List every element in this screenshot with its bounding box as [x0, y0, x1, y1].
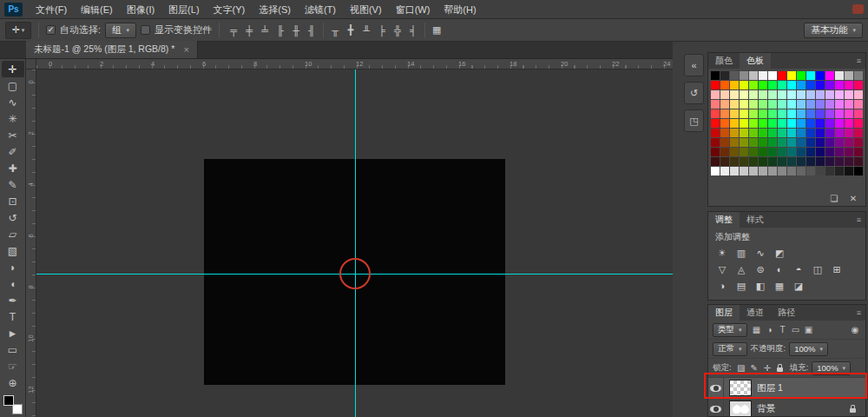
color-swatch[interactable]	[845, 71, 853, 80]
color-swatch[interactable]	[797, 167, 806, 175]
history-panel-icon[interactable]: ↺	[684, 82, 704, 104]
color-swatch[interactable]	[711, 148, 720, 156]
adjustments-panel-menu-icon[interactable]: ≡	[852, 215, 865, 224]
layer-row-background[interactable]: 背景	[708, 399, 865, 416]
color-swatch[interactable]	[740, 90, 748, 99]
color-swatch[interactable]	[759, 90, 767, 99]
color-swatch[interactable]	[787, 138, 796, 147]
color-swatch[interactable]	[759, 71, 767, 80]
levels-icon[interactable]: ▥	[733, 246, 749, 260]
color-swatch[interactable]	[740, 167, 748, 175]
color-swatch[interactable]	[797, 148, 806, 156]
color-swatch[interactable]	[806, 81, 815, 89]
color-swatch[interactable]	[825, 129, 834, 137]
color-swatch[interactable]	[768, 157, 777, 166]
color-swatch[interactable]	[711, 81, 720, 89]
color-swatch[interactable]	[845, 119, 853, 128]
tab-styles[interactable]: 样式	[740, 212, 771, 228]
color-swatch[interactable]	[825, 90, 834, 99]
opacity-dropdown[interactable]: 100% ▾	[789, 342, 828, 356]
align-right-edges-button[interactable]: ╢	[305, 23, 319, 38]
auto-select-checkbox[interactable]: ✓	[46, 25, 56, 35]
vibrance-icon[interactable]: ▽	[714, 262, 730, 276]
color-swatch[interactable]	[759, 119, 767, 128]
color-swatch[interactable]	[740, 71, 748, 80]
color-swatch[interactable]	[740, 100, 748, 109]
foreground-color-chip[interactable]	[3, 395, 14, 406]
color-swatch[interactable]	[778, 148, 786, 156]
color-swatch[interactable]	[825, 157, 834, 166]
color-swatch[interactable]	[806, 90, 815, 99]
color-swatch[interactable]	[806, 148, 815, 156]
vertical-guide[interactable]	[355, 70, 356, 417]
selective-color-icon[interactable]: ◪	[791, 279, 806, 293]
color-swatch[interactable]	[720, 167, 729, 175]
swatches-panel-menu-icon[interactable]: ≡	[852, 56, 865, 65]
color-swatch[interactable]	[768, 167, 777, 175]
color-swatch[interactable]	[835, 157, 844, 166]
color-swatch[interactable]	[768, 71, 777, 80]
color-swatch[interactable]	[806, 167, 815, 175]
color-swatch[interactable]	[806, 157, 815, 166]
tab-color[interactable]: 颜色	[708, 53, 740, 69]
color-swatch[interactable]	[720, 109, 729, 118]
color-swatch[interactable]	[787, 71, 796, 80]
color-swatch[interactable]	[778, 71, 786, 80]
horizontal-type-tool[interactable]: T	[2, 308, 24, 325]
menu-view[interactable]: 视图(V)	[343, 0, 389, 19]
color-swatch[interactable]	[806, 138, 815, 147]
color-swatch[interactable]	[711, 90, 720, 99]
color-swatch[interactable]	[816, 109, 825, 118]
auto-align-layers-button[interactable]: ▦	[430, 23, 444, 38]
distribute-bottom-edges-button[interactable]: ╨	[359, 23, 373, 38]
tab-adjustments[interactable]: 调整	[708, 212, 740, 228]
color-swatch[interactable]	[749, 129, 758, 137]
threshold-icon[interactable]: ◧	[753, 279, 768, 293]
color-swatch[interactable]	[816, 138, 825, 147]
color-swatch[interactable]	[835, 100, 844, 109]
color-swatch[interactable]	[730, 138, 739, 147]
color-swatch[interactable]	[816, 90, 825, 99]
color-swatch[interactable]	[778, 167, 786, 175]
color-balance-icon[interactable]: ⊜	[753, 262, 768, 276]
color-swatch[interactable]	[845, 81, 853, 89]
color-swatch[interactable]	[797, 81, 806, 89]
filter-kind-dropdown[interactable]: 类型 ▾	[713, 323, 747, 337]
color-swatch[interactable]	[835, 81, 844, 89]
menu-layer[interactable]: 图层(L)	[161, 0, 206, 19]
color-swatch[interactable]	[787, 109, 796, 118]
color-swatch[interactable]	[768, 129, 777, 137]
color-swatch[interactable]	[778, 81, 786, 89]
color-swatch[interactable]	[730, 90, 739, 99]
document-tab[interactable]: 未标题-1 @ 25% (图层 1, RGB/8) * ×	[26, 41, 198, 58]
color-swatch[interactable]	[740, 81, 748, 89]
color-swatch[interactable]	[768, 100, 777, 109]
tab-swatches[interactable]: 色板	[740, 53, 771, 69]
color-swatch[interactable]	[730, 71, 739, 80]
color-swatch[interactable]	[816, 119, 825, 128]
color-swatch[interactable]	[768, 81, 777, 89]
color-swatch[interactable]	[720, 129, 729, 137]
menu-select[interactable]: 选择(S)	[252, 0, 298, 19]
pen-tool[interactable]: ✒	[2, 292, 24, 308]
distribute-top-edges-button[interactable]: ╥	[328, 23, 342, 38]
workspace-switcher[interactable]: 基本功能 ▾	[804, 23, 863, 38]
color-swatch[interactable]	[778, 90, 786, 99]
color-swatch[interactable]	[825, 148, 834, 156]
color-swatch[interactable]	[711, 138, 720, 147]
history-brush-tool[interactable]: ↺	[2, 209, 24, 226]
color-swatch[interactable]	[759, 148, 767, 156]
filter-shape-layers-icon[interactable]: ▭	[790, 325, 802, 334]
color-chips[interactable]	[2, 394, 24, 416]
color-swatch[interactable]	[854, 167, 863, 175]
layers-panel-menu-icon[interactable]: ≡	[852, 308, 865, 317]
show-transform-checkbox[interactable]	[141, 25, 150, 35]
color-swatch[interactable]	[816, 81, 825, 89]
color-swatch[interactable]	[749, 100, 758, 109]
dodge-tool[interactable]: ◖	[2, 275, 24, 292]
blend-mode-dropdown[interactable]: 正常 ▾	[713, 342, 747, 356]
color-swatch[interactable]	[749, 71, 758, 80]
layer-filter-toggle-icon[interactable]: ◉	[849, 325, 861, 334]
filter-pixel-layers-icon[interactable]: ▦	[751, 325, 763, 334]
filter-type-layers-icon[interactable]: T	[777, 325, 789, 334]
